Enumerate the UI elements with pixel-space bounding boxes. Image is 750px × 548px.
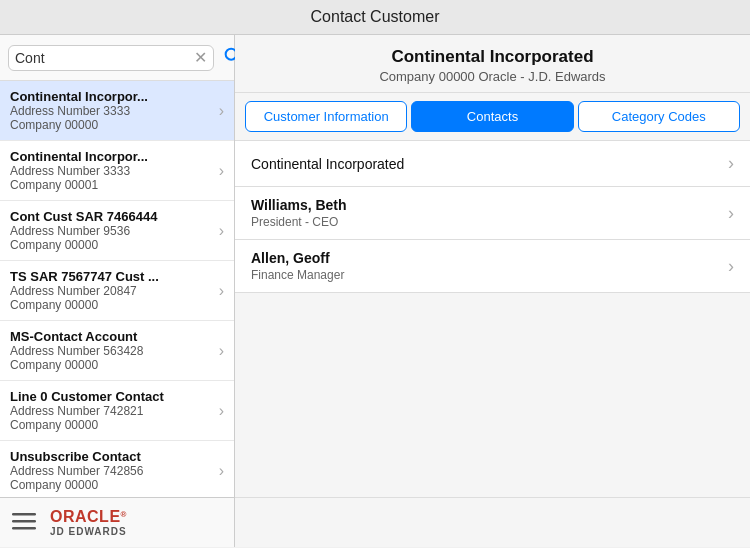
right-header: Continental Incorporated Company 00000 O…: [235, 35, 750, 93]
list-item-chevron-icon: ›: [219, 402, 224, 420]
list-item[interactable]: Cont Cust SAR 7466444 Address Number 953…: [0, 201, 234, 261]
page-title: Contact Customer: [311, 8, 440, 25]
contact-row[interactable]: Allen, Geoff Finance Manager ›: [235, 240, 750, 293]
list-item-name: Unsubscribe Contact: [10, 449, 215, 464]
contact-chevron-icon: ›: [728, 203, 734, 224]
list-item-company: Company 00001: [10, 178, 215, 192]
oracle-logo: ORACLE® JD EDWARDS: [50, 508, 127, 537]
right-panel: Continental Incorporated Company 00000 O…: [235, 35, 750, 547]
tab-customer-information[interactable]: Customer Information: [245, 101, 407, 132]
contact-chevron-icon: ›: [728, 256, 734, 277]
list-item-address: Address Number 742821: [10, 404, 215, 418]
list-item-address: Address Number 742856: [10, 464, 215, 478]
contact-title: Finance Manager: [251, 268, 728, 282]
list-item-content: Continental Incorpor... Address Number 3…: [10, 149, 215, 192]
list-item-address: Address Number 563428: [10, 344, 215, 358]
list-item-content: Line 0 Customer Contact Address Number 7…: [10, 389, 215, 432]
svg-rect-2: [12, 513, 36, 516]
section-chevron-icon: ›: [728, 153, 734, 174]
list-item-content: Unsubscribe Contact Address Number 74285…: [10, 449, 215, 492]
contact-name: Williams, Beth: [251, 197, 728, 213]
company-title: Continental Incorporated: [251, 47, 734, 67]
list-item-address: Address Number 3333: [10, 164, 215, 178]
list-item-name: TS SAR 7567747 Cust ...: [10, 269, 215, 284]
list-item[interactable]: Continental Incorpor... Address Number 3…: [0, 141, 234, 201]
search-input[interactable]: [15, 50, 190, 66]
jde-label: JD EDWARDS: [50, 526, 127, 537]
title-bar: Contact Customer: [0, 0, 750, 35]
search-input-wrapper: ✕: [8, 45, 214, 71]
tab-contacts[interactable]: Contacts: [411, 101, 573, 132]
main-layout: ✕ Continental Incorpor... Address Number…: [0, 35, 750, 547]
list-item-name: Cont Cust SAR 7466444: [10, 209, 215, 224]
tabs-bar: Customer Information Contacts Category C…: [235, 93, 750, 141]
section-company-title: Continental Incorporated: [251, 156, 728, 172]
list-item-address: Address Number 20847: [10, 284, 215, 298]
svg-rect-4: [12, 527, 36, 530]
contact-row[interactable]: Williams, Beth President - CEO ›: [235, 187, 750, 240]
menu-button[interactable]: [10, 510, 38, 535]
svg-rect-3: [12, 520, 36, 523]
list-item-name: MS-Contact Account: [10, 329, 215, 344]
list-item-company: Company 00000: [10, 238, 215, 252]
list-item[interactable]: Continental Incorpor... Address Number 3…: [0, 81, 234, 141]
list-item-company: Company 00000: [10, 478, 215, 492]
oracle-brand: ORACLE®: [50, 508, 127, 526]
list-item-name: Line 0 Customer Contact: [10, 389, 215, 404]
list-item[interactable]: Unsubscribe Contact Address Number 74285…: [0, 441, 234, 497]
list-item-content: MS-Contact Account Address Number 563428…: [10, 329, 215, 372]
bottom-bar: ORACLE® JD EDWARDS: [0, 497, 234, 547]
list-item-content: Cont Cust SAR 7466444 Address Number 953…: [10, 209, 215, 252]
list-item-company: Company 00000: [10, 418, 215, 432]
list-item-chevron-icon: ›: [219, 282, 224, 300]
list-item-name: Continental Incorpor...: [10, 89, 215, 104]
list-item[interactable]: MS-Contact Account Address Number 563428…: [0, 321, 234, 381]
list-item-company: Company 00000: [10, 298, 215, 312]
right-content: Continental Incorporated › Williams, Bet…: [235, 141, 750, 497]
list-item-content: TS SAR 7567747 Cust ... Address Number 2…: [10, 269, 215, 312]
contact-title: President - CEO: [251, 215, 728, 229]
contact-name: Allen, Geoff: [251, 250, 728, 266]
list-item-content: Continental Incorpor... Address Number 3…: [10, 89, 215, 132]
clear-icon[interactable]: ✕: [194, 50, 207, 66]
list-item-chevron-icon: ›: [219, 102, 224, 120]
list-item-company: Company 00000: [10, 358, 215, 372]
search-bar: ✕: [0, 35, 234, 81]
list-item-chevron-icon: ›: [219, 342, 224, 360]
list-item-chevron-icon: ›: [219, 162, 224, 180]
contacts-container: Williams, Beth President - CEO › Allen, …: [235, 187, 750, 293]
menu-icon: [10, 510, 38, 532]
left-panel: ✕ Continental Incorpor... Address Number…: [0, 35, 235, 547]
list-item-name: Continental Incorpor...: [10, 149, 215, 164]
right-bottom-spacer: [235, 497, 750, 547]
list-item-address: Address Number 3333: [10, 104, 215, 118]
list-item-company: Company 00000: [10, 118, 215, 132]
section-company-row[interactable]: Continental Incorporated ›: [235, 141, 750, 187]
list-container: Continental Incorpor... Address Number 3…: [0, 81, 234, 497]
list-item-address: Address Number 9536: [10, 224, 215, 238]
contact-info: Allen, Geoff Finance Manager: [251, 250, 728, 282]
company-subtitle: Company 00000 Oracle - J.D. Edwards: [251, 69, 734, 84]
list-item-chevron-icon: ›: [219, 462, 224, 480]
list-item-chevron-icon: ›: [219, 222, 224, 240]
contact-info: Williams, Beth President - CEO: [251, 197, 728, 229]
list-item[interactable]: Line 0 Customer Contact Address Number 7…: [0, 381, 234, 441]
list-item[interactable]: TS SAR 7567747 Cust ... Address Number 2…: [0, 261, 234, 321]
tab-category-codes[interactable]: Category Codes: [578, 101, 740, 132]
